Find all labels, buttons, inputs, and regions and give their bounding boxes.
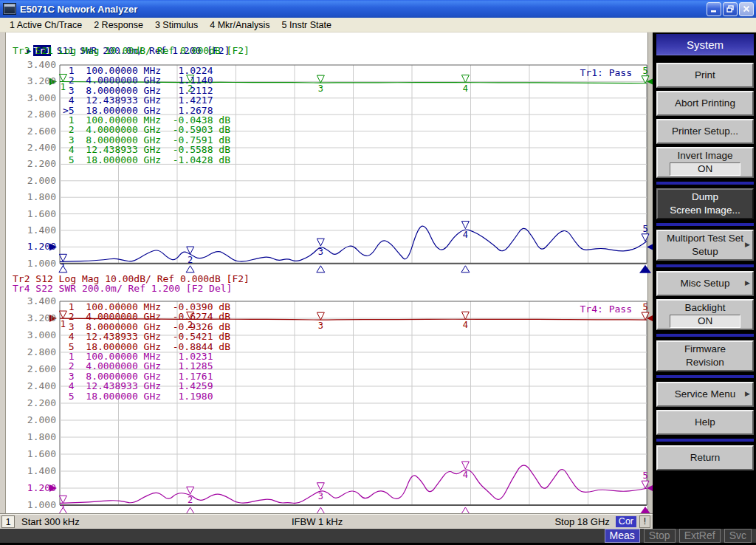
softkey-backlight[interactable]: BacklightON [656, 299, 754, 330]
marker-row: 5 18.000000 GHz -1.0428 dB [63, 155, 230, 165]
title-bar: E5071C Network Analyzer [0, 0, 756, 18]
softkey-label: Abort Printing [675, 97, 735, 110]
window-controls [707, 2, 754, 16]
submenu-arrow-icon: ▶ [745, 279, 750, 288]
y-axis-label: 1.600 [4, 448, 56, 460]
y-axis-label: 2.800 [4, 346, 56, 358]
svg-text:Tr1: Pass: Tr1: Pass [580, 67, 632, 78]
channel2-tr2-marker-table: 1 100.00000 MHz -0.0390 dB 2 4.0000000 G… [63, 302, 230, 352]
y-axis-label: 2.000 [4, 414, 56, 426]
softkey-firmware-revision[interactable]: FirmwareRevision [656, 340, 754, 371]
marker-row: 5 18.000000 GHz 1.1980 [63, 391, 213, 401]
close-button[interactable] [739, 2, 754, 16]
y-axis-label: 2.800 [4, 109, 56, 120]
marker-row: 2 4.0000000 GHz 1.1140 [63, 75, 213, 85]
softkey-dump-screen-image[interactable]: DumpScreen Image... [656, 188, 754, 219]
softkey-label: Dump [692, 191, 718, 204]
display-area: ▶Tr1 S11 SWR 200.0m/ Ref 1.200 [F2] Tr3 … [0, 32, 653, 514]
y-axis-label: 1.800 [4, 191, 56, 203]
y-axis-label: 1.200 [4, 482, 56, 494]
softkey-label: Firmware [684, 343, 726, 356]
softkey-separator [656, 374, 754, 379]
softkey-label: Misc Setup [681, 277, 730, 290]
channel-number-box: 1 [1, 515, 15, 528]
softkey-value: ON [670, 162, 740, 176]
start-frequency-label: Start 300 kHz [21, 516, 80, 527]
marker-row: 2 4.0000000 GHz -0.5903 dB [63, 125, 230, 134]
softkey-separator [656, 264, 754, 268]
softkey-separator [656, 222, 754, 227]
softkey-separator [656, 333, 754, 337]
svg-text:Tr4: Pass: Tr4: Pass [580, 304, 632, 315]
softkey-print[interactable]: Print [656, 63, 754, 88]
y-axis-label: 1.000 [4, 258, 56, 270]
y-axis-label: 1.800 [4, 431, 56, 443]
restore-icon [726, 4, 735, 13]
minimize-button[interactable] [707, 2, 721, 16]
svg-text:5: 5 [642, 66, 647, 76]
svg-text:3: 3 [318, 247, 323, 257]
softkey-label: Printer Setup... [672, 125, 738, 138]
softkey-service-menu[interactable]: Service Menu▶ [656, 382, 754, 407]
y-axis-label: 3.000 [4, 329, 56, 341]
menu-2-response[interactable]: 2 Response [88, 20, 149, 30]
marker-row: 2 4.0000000 GHz -0.6274 dB [63, 312, 230, 321]
minimize-icon [709, 4, 718, 13]
softkey-label: Print [695, 69, 715, 82]
y-axis-label: 1.400 [4, 224, 56, 236]
warning-indicator: ! [639, 515, 650, 528]
stop-frequency-label: Stop 18 GHz [554, 516, 609, 527]
softkey-abort-printing[interactable]: Abort Printing [656, 91, 754, 116]
marker-row: 1 100.00000 MHz 1.0231 [63, 352, 213, 361]
softkey-label: Setup [692, 245, 718, 258]
channel2-trace4-header: Tr4 S22 SWR 200.0m/ Ref 1.200 [F2 Del] [13, 284, 232, 293]
y-axis-label: 3.200 [4, 75, 56, 87]
svg-text:3: 3 [318, 491, 323, 501]
softkey-label: Multiport Test Set [667, 232, 743, 245]
svg-text:3: 3 [318, 321, 323, 331]
status-bar: 1 Start 300 kHz IFBW 1 kHz Stop 18 GHz C… [0, 514, 653, 529]
svg-text:4: 4 [463, 230, 468, 240]
softkey-printer-setup[interactable]: Printer Setup... [656, 119, 754, 144]
softkey-label: Backlight [685, 301, 726, 315]
y-axis-label: 1.400 [4, 465, 56, 477]
softkey-menu-title: System [656, 34, 754, 55]
y-axis-label: 2.200 [4, 397, 56, 409]
submenu-arrow-icon: ▶ [745, 390, 750, 399]
status-badge-stop: Stop [644, 529, 676, 543]
svg-text:2: 2 [188, 495, 193, 505]
y-axis-label: 2.000 [4, 175, 56, 187]
svg-text:2: 2 [188, 255, 193, 265]
menu-1-active-ch-trace[interactable]: 1 Active Ch/Trace [4, 20, 88, 30]
y-axis-label: 2.200 [4, 158, 56, 170]
softkey-multiport-test-set-setup[interactable]: Multiport Test SetSetup▶ [656, 230, 754, 261]
softkey-label: Return [690, 451, 721, 465]
y-axis-label: 2.600 [4, 126, 56, 137]
softkey-label: Revision [686, 356, 724, 369]
menu-5-instr-state[interactable]: 5 Instr State [276, 20, 337, 30]
marker-row: 1 100.00000 MHz -0.0438 dB [63, 115, 230, 125]
menu-3-stimulus[interactable]: 3 Stimulus [149, 20, 204, 30]
softkey-invert-image[interactable]: Invert ImageON [656, 147, 754, 178]
menu-4-mkr-analysis[interactable]: 4 Mkr/Analysis [204, 20, 275, 30]
softkey-label: Invert Image [677, 149, 732, 162]
y-axis-label: 3.400 [4, 295, 56, 307]
marker-row: 4 12.438933 GHz -0.5588 dB [63, 145, 230, 154]
softkey-help[interactable]: Help [656, 410, 754, 435]
marker-row: 2 4.0000000 GHz 1.1285 [63, 361, 213, 371]
y-axis-label: 2.400 [4, 380, 56, 392]
marker-row: 3 8.0000000 GHz 1.2112 [63, 86, 213, 95]
marker-row: 4 12.438933 GHz 1.4259 [63, 381, 213, 391]
svg-text:3: 3 [318, 83, 323, 94]
softkey-return[interactable]: Return [656, 445, 754, 470]
y-axis-label: 2.400 [4, 142, 56, 154]
instrument-state-bar: MeasStopExtRefSvc [0, 529, 756, 545]
close-icon [742, 4, 751, 13]
marker-row: 4 12.438933 GHz -0.5421 dB [63, 332, 230, 341]
softkey-label: Service Menu [675, 388, 736, 401]
y-axis-label: 1.600 [4, 208, 56, 220]
submenu-arrow-icon: ▶ [745, 241, 750, 250]
restore-button[interactable] [723, 2, 738, 16]
svg-text:4: 4 [463, 320, 468, 330]
softkey-misc-setup[interactable]: Misc Setup▶ [656, 271, 754, 296]
